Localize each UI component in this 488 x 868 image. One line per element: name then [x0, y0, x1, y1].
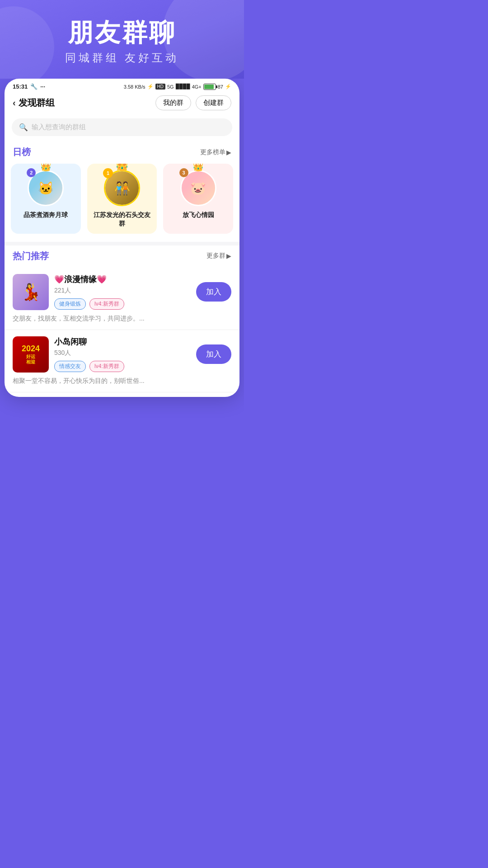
hero-subtitle: 同城群组 友好互动: [9, 51, 235, 65]
join-button-2[interactable]: 加入: [196, 344, 231, 364]
group-name-2: 小岛闲聊: [54, 336, 191, 347]
page-title: 发现群组: [19, 97, 55, 109]
ranking-item-1[interactable]: 👑 1 🧑‍🤝‍🧑 江苏发光的石头交友群: [87, 164, 157, 233]
ranking-list: 👑 2 🐱 品茶煮酒奔月球 👑 1 🧑‍🤝‍🧑 江苏发光的石头交友群: [5, 164, 239, 241]
daily-ranking-header: 日榜 更多榜单 ▶: [5, 142, 239, 164]
group-thumb-1: 💃: [13, 274, 49, 310]
group-item-2: 2024 好运 相迎 小岛闲聊 530人 情感交友 lv4:新秀群 加入 相聚一…: [5, 330, 239, 392]
ranking-item-2[interactable]: 👑 2 🐱 品茶煮酒奔月球: [11, 164, 81, 233]
status-bar-right: 3.58 KB/s ⚡ HD 5G ▉▉▉▉ 4G+ 87 ⚡: [124, 84, 231, 90]
chevron-right-icon: ▶: [226, 149, 231, 156]
signal-5g: 5G: [167, 84, 174, 90]
group-info-2: 小岛闲聊 530人 情感交友 lv4:新秀群: [54, 336, 191, 372]
battery-tip: [216, 85, 217, 88]
group-tag-2-2: lv4:新秀群: [89, 361, 124, 372]
nav-left: ‹ 发现群组: [13, 97, 55, 109]
group-name-1: 💗浪漫情缘💗: [54, 274, 191, 285]
my-groups-button[interactable]: 我的群: [155, 95, 191, 110]
hot-recommendations-header: 热门推荐 更多群 ▶: [5, 245, 239, 268]
chevron-right-icon-2: ▶: [226, 252, 231, 259]
status-icon: 🔧: [30, 83, 38, 90]
daily-ranking-title: 日榜: [13, 146, 31, 158]
ranking-item-3[interactable]: 👑 3 🐷 放飞心情园: [163, 164, 233, 233]
search-bar[interactable]: 🔍 输入想查询的群组: [12, 118, 232, 136]
nav-bar: ‹ 发现群组 我的群 创建群: [5, 93, 239, 115]
hot-recommendations-title: 热门推荐: [13, 250, 49, 262]
rank-avatar-wrap-1: 👑 1 🧑‍🤝‍🧑: [104, 170, 140, 206]
rank-badge-3: 3: [179, 168, 188, 177]
section-divider: [5, 242, 239, 245]
charging-icon: ⚡: [225, 84, 231, 90]
status-time: 15:31: [13, 83, 28, 90]
group-members-1: 221人: [54, 287, 191, 295]
group-item-1: 💃 💗浪漫情缘💗 221人 健身锻炼 lv4:新秀群 加入 交朋友，找朋友，互相…: [5, 268, 239, 330]
group-item-1-top: 💃 💗浪漫情缘💗 221人 健身锻炼 lv4:新秀群 加入: [13, 274, 231, 310]
bluetooth-icon: ⚡: [147, 84, 154, 90]
group-thumb-2: 2024 好运 相迎: [13, 336, 49, 373]
search-container: 🔍 输入想查询的群组: [5, 115, 239, 142]
create-group-button[interactable]: 创建群: [196, 95, 231, 110]
search-input[interactable]: 输入想查询的群组: [32, 123, 86, 132]
search-icon: 🔍: [19, 123, 28, 132]
rank-avatar-wrap-3: 👑 3 🐷: [180, 170, 216, 206]
hero-section: 朋友群聊 同城群组 友好互动: [0, 0, 244, 79]
nav-right: 我的群 创建群: [155, 95, 231, 110]
group-desc-2: 相聚一堂不容易，开心快乐为目的，别听世俗...: [13, 376, 231, 386]
status-bar: 15:31 🔧 ··· 3.58 KB/s ⚡ HD 5G ▉▉▉▉ 4G+ 8…: [5, 79, 239, 93]
network-speed: 3.58 KB/s: [124, 84, 145, 90]
group-desc-1: 交朋友，找朋友，互相交流学习，共同进步。...: [13, 314, 231, 323]
hot-recommendations-more[interactable]: 更多群 ▶: [206, 252, 231, 260]
phone-card: 15:31 🔧 ··· 3.58 KB/s ⚡ HD 5G ▉▉▉▉ 4G+ 8…: [5, 79, 239, 396]
group-tags-1: 健身锻炼 lv4:新秀群: [54, 298, 191, 310]
signal-bars: ▉▉▉▉: [176, 84, 190, 90]
daily-ranking-more[interactable]: 更多榜单 ▶: [200, 148, 231, 156]
group-tag-2-1: 情感交友: [54, 361, 86, 372]
rank-name-2: 品茶煮酒奔月球: [23, 211, 68, 219]
group-info-1: 💗浪漫情缘💗 221人 健身锻炼 lv4:新秀群: [54, 274, 191, 310]
hero-title: 朋友群聊: [9, 18, 235, 47]
rank-name-1: 江苏发光的石头交友群: [92, 211, 153, 227]
join-button-1[interactable]: 加入: [196, 282, 231, 302]
group-tag-1-1: 健身锻炼: [54, 298, 86, 310]
battery-indicator: [203, 84, 216, 90]
network-4g: 4G+: [192, 84, 202, 90]
status-bar-left: 15:31 🔧 ···: [13, 83, 45, 90]
battery-fill: [204, 85, 214, 89]
group-item-2-top: 2024 好运 相迎 小岛闲聊 530人 情感交友 lv4:新秀群 加入: [13, 336, 231, 373]
group-tags-2: 情感交友 lv4:新秀群: [54, 361, 191, 372]
status-dots: ···: [40, 83, 45, 90]
hot-recommendations-section: 热门推荐 更多群 ▶ 💃 💗浪漫情缘💗 221人 健身锻炼 lv4:新秀群: [5, 245, 239, 397]
hd-badge: HD: [155, 84, 165, 90]
group-members-2: 530人: [54, 349, 191, 357]
rank-name-3: 放飞心情园: [183, 211, 214, 219]
rank-avatar-wrap-2: 👑 2 🐱: [28, 170, 64, 206]
battery-percent: 87: [218, 84, 223, 90]
group-tag-1-2: lv4:新秀群: [89, 298, 124, 310]
back-button[interactable]: ‹: [13, 98, 16, 108]
